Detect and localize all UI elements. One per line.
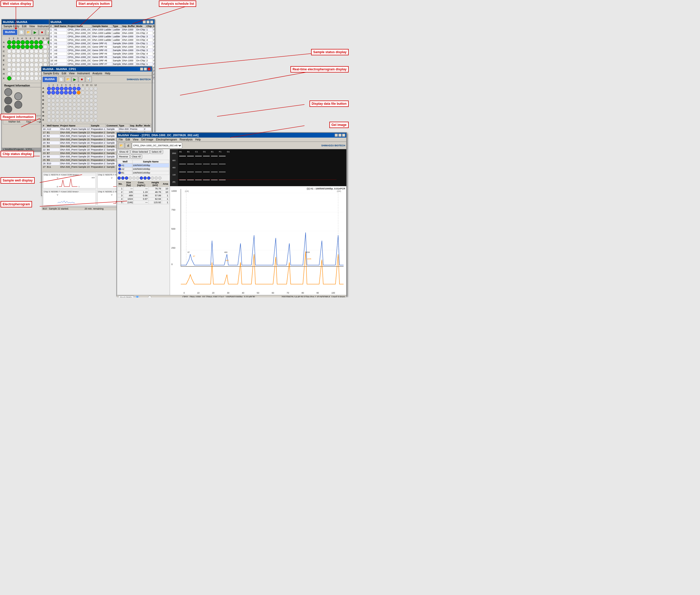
file-select[interactable]: CP01_DNA-1000_OC_20070626_002.mlt	[132, 143, 182, 148]
multi-radio[interactable]	[148, 296, 152, 298]
svg-rect-32	[187, 172, 194, 172]
cp01-chart[interactable]: 📊	[85, 77, 92, 82]
gel-image-label: Gel image	[329, 122, 349, 128]
well-A9[interactable]	[43, 40, 47, 45]
reagent-vial-2	[4, 96, 12, 105]
cp01-row-0[interactable]: 16A12DNA-500_Premi Sample 12Preparation …	[43, 128, 152, 131]
chip1-chart: V 0 t	[44, 176, 95, 188]
single-radio[interactable]	[136, 296, 139, 298]
cp01-stop[interactable]: ■	[79, 77, 85, 82]
gel-image-svg: A1 B1 C1 D1 E1 F1 G1	[178, 149, 337, 186]
cp01-open[interactable]: 📂	[65, 77, 71, 82]
schedule-row-0[interactable]: 1X1CP01_DNA-1000_OCDNA-1000 LadderLadder…	[50, 28, 155, 31]
peak-row-2: 34890.9657.991	[118, 194, 169, 197]
cp01-max[interactable]: □	[144, 67, 147, 70]
viewer-min[interactable]: _	[335, 134, 338, 137]
viewer-open-btn[interactable]: 📂	[118, 143, 125, 148]
well-A8[interactable]	[39, 40, 43, 45]
svg-rect-42	[211, 156, 218, 157]
viewer-max[interactable]: □	[338, 134, 342, 137]
viewer-shimadzu: SHIMADZU BIOTECH	[321, 144, 346, 147]
cp01-shimadzu: SHIMADZU BIOTECH	[127, 78, 151, 81]
schedule-row-6[interactable]: 7A3CP01_DNA-1000_OCGene ORF #3SampleDNA-…	[50, 49, 155, 52]
sample-label: (1) A1 : 100/500/1000bp_0.01xPCR	[307, 187, 345, 190]
show-selected-btn[interactable]: Show Selected	[131, 150, 150, 154]
well-A4[interactable]	[21, 40, 25, 45]
show-all-btn[interactable]: Show All	[117, 150, 130, 154]
svg-rect-18	[178, 149, 337, 186]
clear-all-btn[interactable]: Clear All	[130, 154, 142, 159]
cp01-row-E: E	[43, 103, 151, 106]
schedule-row-2[interactable]: 3X1CP01_DNA-1000_OCDNA-1000 LadderLadder…	[50, 35, 155, 38]
svg-rect-39	[203, 164, 210, 164]
peak-row-4: 5(UM)—115.921	[118, 201, 169, 204]
cp01-new[interactable]: 📄	[58, 77, 64, 82]
viewer-statusbar: Peak Table Single Multi CP01_DNA-1000_OC…	[117, 295, 346, 298]
well-A2[interactable]	[12, 40, 16, 45]
svg-text:(UM): (UM)	[337, 190, 341, 192]
sched-min[interactable]: _	[143, 20, 146, 24]
viewer-sample-row-A1[interactable]: A1 100/500/1000bp	[118, 164, 169, 167]
svg-rect-38	[203, 156, 210, 157]
svg-text:V: V	[111, 177, 113, 179]
peak-row-1: 21051.1946.7610	[118, 190, 169, 194]
svg-rect-44	[211, 172, 218, 172]
cp01-titlebar: MultiNA - MultiNA_CP01 _ □ ×	[42, 67, 152, 72]
svg-text:90: 90	[316, 292, 319, 294]
viewer-sample-row-B1[interactable]: B1 100/500/1000bp	[118, 171, 169, 175]
open-btn[interactable]: 📂	[25, 29, 31, 35]
svg-rect-34	[195, 156, 202, 157]
schedule-row-10[interactable]: 11A7CP01_DNA-1000_OCGene ORF #7SampleDNA…	[50, 62, 155, 66]
well-A7[interactable]	[34, 40, 38, 45]
viewer-close[interactable]: ×	[342, 134, 345, 137]
well-A1[interactable]	[7, 40, 11, 45]
svg-rect-47	[219, 164, 225, 164]
viewer-sample-list: Well Sample Name A1 100/500/1000bp	[117, 160, 169, 175]
schedule-row-9[interactable]: 10A6CP01_DNA-1000_OCGene ORF #6SampleDNA…	[50, 59, 155, 62]
cp01-play[interactable]: ▶	[72, 77, 78, 82]
svg-text:A1: A1	[179, 150, 182, 153]
well-A3[interactable]	[16, 40, 20, 45]
viewer-print-btn[interactable]: 🖨	[125, 143, 131, 148]
schedule-row-1[interactable]: 2X1CP01_DNA-1000_OCDNA-1000 LadderLadder…	[50, 31, 155, 35]
viewer-sample-row-A2[interactable]: A2 100/500/1000bp	[118, 167, 169, 171]
cp01-min[interactable]: _	[140, 67, 143, 70]
svg-rect-31	[187, 164, 194, 164]
new-btn[interactable]: 📄	[18, 29, 25, 35]
svg-text:10: 10	[197, 292, 199, 294]
electropherogram-svg: 1000 750 500 250 0 0 10 20 30 40 50 60 7…	[170, 186, 346, 295]
svg-text:V: V	[57, 194, 58, 196]
well-status-label: Well status display	[1, 1, 33, 7]
svg-text:250: 250	[171, 247, 175, 249]
schedule-row-5[interactable]: 6A2CP01_DNA-1000_OCGene ORF #2SampleDNA-…	[50, 45, 155, 49]
reagent-vial-5	[14, 101, 22, 109]
svg-text:E1: E1	[211, 150, 214, 153]
schedule-row-8[interactable]: 9A5CP01_DNA-1000_OCGene ORF #5SampleDNA-…	[50, 56, 155, 59]
select-all-btn[interactable]: Select All	[150, 150, 163, 154]
start-analysis-btn[interactable]: ▶	[32, 29, 38, 35]
cp01-row-G: G	[43, 111, 151, 114]
well-A5[interactable]	[25, 40, 29, 45]
well-A6[interactable]	[30, 40, 34, 45]
sched-close[interactable]: ×	[150, 20, 153, 24]
viewer-titlebar: MultiNA Viewer - [CP01_DNA-1000_OC_20070…	[117, 133, 346, 138]
display-data-file-label: Display data file button	[309, 101, 349, 107]
viewer-left-panel[interactable]: Show All Show Selected Select All Revers…	[117, 149, 170, 295]
peak-table-btn[interactable]: Peak Table	[118, 295, 134, 298]
start-analysis-label: Start analysis button	[76, 1, 112, 7]
reverse-btn[interactable]: Reverse	[117, 154, 130, 159]
stop-btn[interactable]: ■	[39, 29, 45, 35]
chip-status-label: Chip status display	[1, 151, 34, 157]
reagent-vial-1	[4, 88, 12, 96]
schedule-row-3[interactable]: 4X1CP01_DNA-1000_OCDNA-1000 LadderLadder…	[50, 38, 155, 42]
cp01-close[interactable]: ×	[147, 67, 151, 70]
cp01-row-H: H	[43, 115, 151, 118]
svg-text:1034: 1034	[305, 251, 310, 253]
svg-text:1000: 1000	[171, 190, 177, 192]
svg-text:1035: 1035	[307, 258, 311, 260]
schedule-row-7[interactable]: 8A4CP01_DNA-1000_OCGene ORF #4SampleDNA-…	[50, 52, 155, 56]
sched-max[interactable]: □	[146, 20, 150, 24]
svg-text:60: 60	[272, 292, 274, 294]
svg-rect-46	[219, 156, 225, 157]
schedule-row-4[interactable]: 5A1CP01_DNA-1000_OCGene ORF #1SampleDNA-…	[50, 42, 155, 45]
